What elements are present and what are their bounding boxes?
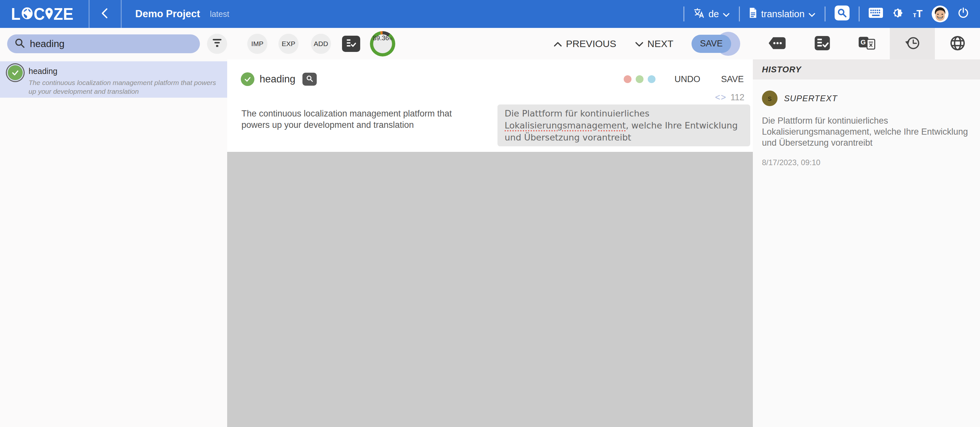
logo-globe-icon xyxy=(21,6,33,22)
language-selector[interactable]: de xyxy=(694,8,730,21)
search-icon xyxy=(14,38,25,50)
keyboard-shortcuts-button[interactable] xyxy=(869,8,883,20)
navbar-divider xyxy=(739,6,740,21)
export-button[interactable]: EXP xyxy=(278,34,299,54)
review-checklist-button[interactable] xyxy=(342,36,360,52)
translate-icon xyxy=(694,8,705,21)
import-button[interactable]: IMP xyxy=(247,34,267,54)
navbar-divider xyxy=(683,6,684,21)
svg-text:G: G xyxy=(861,38,866,46)
locize-logo[interactable]: L C ZE xyxy=(11,6,83,22)
status-dot-green[interactable] xyxy=(636,75,643,83)
next-key-button[interactable]: NEXT xyxy=(635,38,673,49)
back-button[interactable] xyxy=(89,0,121,28)
source-text: The continuous localization management p… xyxy=(242,108,469,131)
add-key-button[interactable]: ADD xyxy=(311,34,331,54)
tab-machine-translation[interactable]: G xyxy=(845,28,890,59)
project-version-label: latest xyxy=(210,10,229,19)
logout-button[interactable] xyxy=(958,7,969,21)
import-label: IMP xyxy=(251,40,263,48)
status-dot-blue[interactable] xyxy=(648,75,655,83)
history-author-avatar: s xyxy=(762,90,778,106)
status-dot-red[interactable] xyxy=(624,75,632,83)
add-label: ADD xyxy=(314,40,328,48)
previous-key-button[interactable]: PREVIOUS xyxy=(554,38,616,49)
checklist-icon xyxy=(815,36,830,52)
project-title: Demo Project xyxy=(135,8,200,20)
history-entry-text: Die Plattform für kontinuierliches Lokal… xyxy=(762,115,971,148)
chevron-down-icon xyxy=(808,9,816,19)
inspect-key-button[interactable] xyxy=(302,73,317,86)
translation-progress-value: 89.36% xyxy=(373,34,392,53)
entry-header: heading UNDO SAVE xyxy=(227,71,753,87)
code-brackets-icon[interactable]: <> xyxy=(715,92,727,103)
previous-label: PREVIOUS xyxy=(566,38,616,49)
save-all-button[interactable]: 0 SAVE xyxy=(692,32,740,56)
history-icon xyxy=(904,35,921,52)
chevron-down-icon xyxy=(635,38,643,49)
export-label: EXP xyxy=(282,40,295,48)
tab-history[interactable] xyxy=(890,28,935,59)
char-count-row: <> 112 xyxy=(715,92,745,103)
history-entry-timestamp: 8/17/2023, 09:10 xyxy=(762,158,971,167)
tab-comments[interactable] xyxy=(754,28,800,59)
next-label: NEXT xyxy=(648,38,673,49)
editor-toolbar: IMP EXP ADD 89.36% PREVIOUS NEXT 0 SAVE … xyxy=(0,28,980,59)
user-avatar[interactable] xyxy=(932,6,948,22)
history-panel: HISTORY s SUPERTEXT Die Plattform für ko… xyxy=(753,59,980,427)
search-icon xyxy=(305,74,314,84)
history-entry-head: s SUPERTEXT xyxy=(762,90,971,106)
brightness-toggle[interactable] xyxy=(892,7,904,21)
globe-icon xyxy=(950,35,966,52)
language-code: de xyxy=(708,9,719,19)
navbar-right-controls: de translation тT xyxy=(683,6,980,23)
top-navbar: L C ZE Demo Project latest de translatio… xyxy=(0,0,980,28)
namespace-label: translation xyxy=(761,9,805,19)
char-count: 112 xyxy=(730,92,745,103)
tab-glossary[interactable] xyxy=(935,28,980,59)
navbar-divider xyxy=(824,6,826,21)
right-panel-tabs: G xyxy=(754,28,980,59)
logo-text-c: C xyxy=(34,6,45,22)
history-entry[interactable]: s SUPERTEXT Die Plattform für kontinuier… xyxy=(753,79,980,167)
comment-tag-icon xyxy=(768,37,786,51)
text-size-big-glyph: T xyxy=(916,8,923,20)
chevron-left-icon xyxy=(99,7,111,21)
navbar-divider xyxy=(859,6,860,21)
logo-text-l: L xyxy=(11,6,21,22)
translation-progress-ring[interactable]: 89.36% xyxy=(370,31,395,56)
translated-check-icon xyxy=(241,72,255,86)
g-translate-icon: G xyxy=(858,36,877,52)
text-size-small-glyph: т xyxy=(913,11,916,19)
document-icon xyxy=(749,8,757,20)
save-all-label: SAVE xyxy=(692,35,731,53)
target-text-part1: Die Plattform für kontinuierliches xyxy=(504,108,649,118)
content-placeholder-area xyxy=(227,152,753,427)
filter-button[interactable] xyxy=(207,34,227,54)
locize-app: { "navbar": { "logo": { "l": "L", "c": "… xyxy=(0,0,980,427)
tab-review[interactable] xyxy=(800,28,845,59)
logo-text-ze: ZE xyxy=(54,6,73,22)
logo-pin-icon xyxy=(45,6,53,22)
key-source-preview: The continuous localization management p… xyxy=(29,78,217,96)
keys-sidebar: heading The continuous localization mana… xyxy=(0,59,227,427)
navbar-divider xyxy=(121,0,122,28)
text-size-button[interactable]: тT xyxy=(913,8,923,20)
translated-check-icon xyxy=(8,65,23,80)
namespace-selector[interactable]: translation xyxy=(749,8,816,20)
undo-button[interactable]: UNDO xyxy=(674,74,700,84)
history-panel-title: HISTORY xyxy=(753,59,980,79)
key-list-item-heading[interactable]: heading The continuous localization mana… xyxy=(0,61,227,98)
translation-textarea[interactable]: Die Plattform für kontinuierliches Lokal… xyxy=(498,105,750,146)
chevron-up-icon xyxy=(554,38,562,49)
search-input[interactable] xyxy=(29,38,197,50)
misspelled-word: Lokalisierungsmanagement xyxy=(504,121,626,130)
filter-icon xyxy=(212,38,222,49)
search-box[interactable] xyxy=(7,34,200,53)
entry-key-title: heading xyxy=(259,73,295,85)
focus-search-button[interactable] xyxy=(835,6,850,23)
chevron-down-icon xyxy=(723,9,730,19)
save-entry-button[interactable]: SAVE xyxy=(721,74,744,84)
history-author-name: SUPERTEXT xyxy=(784,94,838,103)
checklist-icon xyxy=(345,38,356,49)
